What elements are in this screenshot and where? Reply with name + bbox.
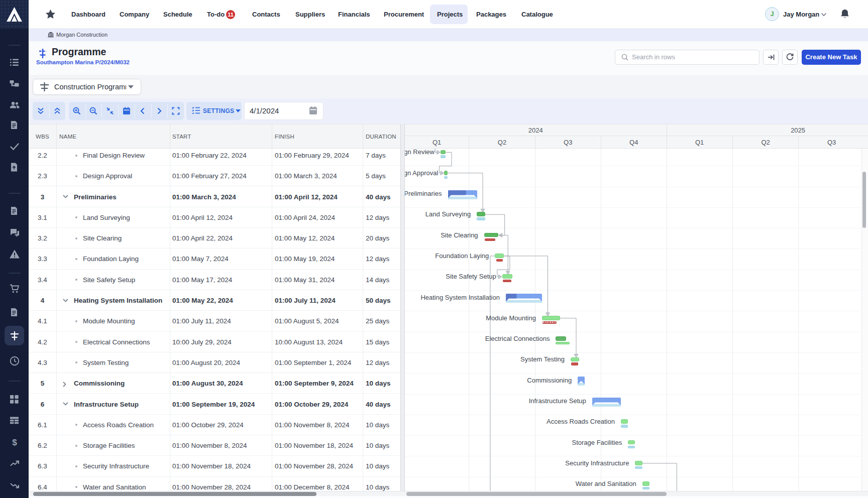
svg-text:$: $ [12, 438, 17, 447]
